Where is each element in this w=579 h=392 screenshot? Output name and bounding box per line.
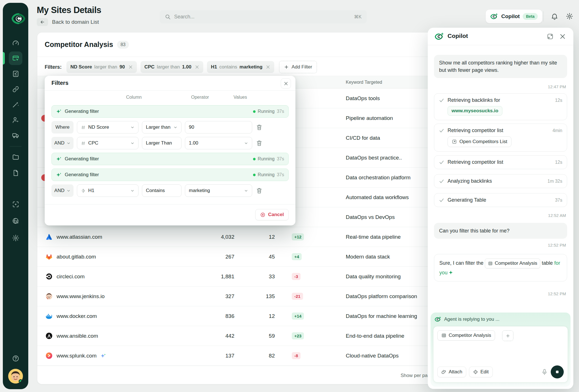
table-row-ansible[interactable]: www.ansible.com 442 59 +23 End-to-end da… [37,326,435,346]
add-context-button[interactable] [502,330,513,341]
attach-button[interactable]: Attach [437,367,466,377]
copilot-button-label: Copilot [501,13,520,20]
sidebar-item-folders[interactable] [9,150,22,164]
context-chip[interactable]: Competitor Analysis [437,330,495,341]
filter-chip-nd-score[interactable]: ND Score larger than 90 [66,61,137,73]
site-pill[interactable]: www.myseosucks.io [448,106,502,116]
open-competitors-list-button[interactable]: Open Competitors List [448,136,511,147]
filter-chip-h1[interactable]: H1 contains marketing [207,61,274,73]
help-icon [12,355,20,362]
cancel-x-icon [260,212,265,217]
generating-filter-status: Generating filter Running37s [51,105,289,118]
sidebar-item-settings[interactable] [9,231,22,245]
back-link[interactable]: Back to domain List [52,19,99,25]
table-row-circleci[interactable]: circleci.com 1,881 33 -3 Data quality mo… [37,267,435,287]
expand-panel-icon[interactable] [547,33,554,40]
operator-select[interactable]: Larger than [142,121,182,133]
favicon-gitlab [45,253,53,260]
sidebar-item-delivery[interactable] [9,128,22,142]
sidebar-item-sites[interactable] [9,51,22,65]
search-input[interactable] [174,14,351,20]
sidebar-item-audience[interactable] [9,113,22,127]
sparkle-icon [56,172,62,178]
notifications-bell-icon[interactable] [551,12,558,20]
modal-close-button[interactable] [281,78,291,89]
copilot-toggle-button[interactable]: Copilot Beta [486,10,542,23]
table-row-atlassian[interactable]: www.atlassian.com 4,032 12 +12 Real-time… [37,227,435,247]
favicon-jenkins [45,292,53,300]
edit-button[interactable]: Edit [469,367,492,377]
sparkle-icon [56,156,62,162]
chevron-down-icon [173,125,178,130]
favicon-splunk [45,352,53,359]
table-icon [488,261,493,266]
domain-label: www.www.jenkins.io [57,293,105,300]
conj-and-select[interactable]: AND [51,137,74,149]
favicon-docker [45,312,53,320]
change-badge: +14 [292,313,304,320]
back-arrow-icon [40,20,45,25]
scan-sparkle-icon [12,201,20,208]
breadcrumb: Back to domain List [37,18,99,26]
sidebar-item-scan[interactable] [9,197,22,211]
column-select[interactable]: ND Score [77,121,139,133]
generating-filter-status: Generating filter Running37s [51,169,289,181]
table-row-splunk[interactable]: www.splunk.com 137 82 -8 Cloud-native Da… [37,346,435,366]
sidebar-item-dashboard[interactable] [9,36,22,50]
microphone-icon[interactable] [541,369,548,375]
value-select[interactable]: marketing [185,184,252,197]
column-select[interactable]: H1 [77,184,139,197]
settings-gear-icon[interactable] [566,12,573,20]
sidebar [3,3,28,389]
agent-step-analyzing: Analyzing backlinks 1m 32s [434,174,567,188]
remove-filter-icon[interactable] [128,65,133,69]
filter-chip-cpc[interactable]: CPC larger than 1.00 [141,61,203,73]
delete-filter-icon[interactable] [256,187,263,194]
chat-input-box[interactable]: Competitor Analysis Attach Edit [433,326,568,383]
sidebar-item-documents[interactable] [9,166,22,180]
back-button[interactable] [37,18,48,26]
sidebar-item-web[interactable] [9,214,22,228]
cancel-button[interactable]: Cancel [255,209,289,220]
conj-and-select[interactable]: AND [51,184,74,197]
table-row-jenkins[interactable]: www.www.jenkins.io 327 135 -21 DataOps p… [37,287,435,306]
chevron-down-icon [244,189,248,193]
search-icon [165,14,171,20]
search-shortcut: ⌘K [354,14,362,20]
delete-filter-icon[interactable] [256,124,263,131]
copilot-logo-icon [435,32,444,41]
table-reference-chip[interactable]: Competitor Analysis [485,259,540,268]
change-badge: -21 [292,293,303,300]
col-keyword-targeted[interactable]: Keyword Targeted [338,80,435,85]
sidebar-item-tasks[interactable] [9,67,22,80]
sidebar-item-help[interactable] [9,352,22,365]
delete-filter-icon[interactable] [256,139,263,147]
folder-icon [12,153,20,161]
filters-modal: Filters Column Operator Values Generatin… [45,76,295,225]
table-footer: Show per page [37,366,435,384]
remove-filter-icon[interactable] [195,65,199,69]
user-avatar[interactable] [8,369,23,384]
magic-wand-icon [12,101,20,108]
sidebar-item-backlinks[interactable] [9,82,22,96]
favicon-circleci [45,273,53,280]
sidebar-item-optimize[interactable] [9,98,22,111]
operator-select[interactable]: Contains [142,184,182,197]
app-logo-icon[interactable] [11,11,26,26]
value-input[interactable]: 90 [185,121,252,133]
add-filter-button[interactable]: Add Filter [279,61,317,73]
column-select[interactable]: CPC [77,137,139,149]
count-badge: 83 [117,41,129,49]
value-select[interactable]: 1.00 [185,137,252,149]
domain-label: www.splunk.com [57,353,97,359]
table-row-gitlab[interactable]: about.gitlab.com 267 45 +4 Modern data s… [37,247,435,267]
remove-filter-icon[interactable] [266,65,270,69]
copilot-header: Copilot [428,28,573,45]
chevron-down-icon [244,141,248,145]
operator-select[interactable]: Larger Than [142,137,182,149]
table-row-docker[interactable]: www.docker.com 836 12 +14 DataOps for ma… [37,306,435,326]
stop-generating-button[interactable] [551,365,564,378]
change-badge: -3 [292,273,301,280]
copilot-logo-icon [435,316,441,323]
close-panel-icon[interactable] [559,33,566,40]
